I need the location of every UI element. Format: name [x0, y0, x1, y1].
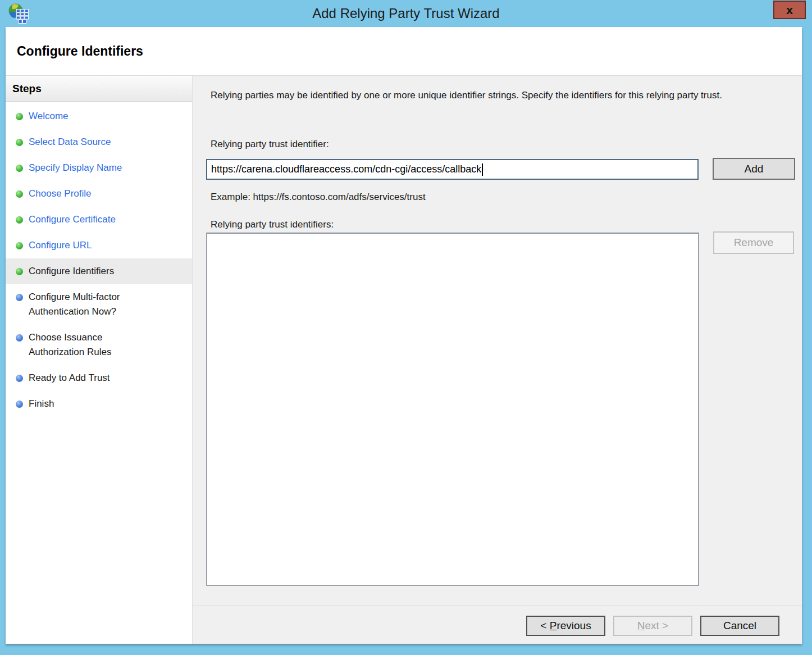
- identifier-field-label: Relying party trust identifier:: [211, 139, 329, 150]
- step-label: Configure URL: [29, 238, 92, 253]
- step-label: Specify Display Name: [29, 161, 122, 175]
- steps-heading: Steps: [6, 76, 192, 102]
- step-status-dot: [16, 113, 23, 120]
- close-button[interactable]: x: [773, 1, 806, 19]
- step-label: Finish: [29, 397, 54, 411]
- step-label: Configure Identifiers: [29, 264, 114, 279]
- step-status-dot: [16, 334, 23, 342]
- step-status-dot: [16, 294, 23, 301]
- sidebar-step[interactable]: Welcome: [6, 103, 192, 129]
- step-status-dot: [16, 190, 23, 198]
- step-label: Configure Certificate: [29, 212, 116, 227]
- sidebar-step: Configure Identifiers: [6, 258, 192, 284]
- step-status-dot: [16, 216, 23, 224]
- wizard-body: Configure Identifiers Steps WelcomeSelec…: [6, 27, 802, 644]
- step-label: Choose Profile: [29, 187, 92, 201]
- steps-list: WelcomeSelect Data SourceSpecify Display…: [6, 102, 192, 417]
- sidebar-step[interactable]: Select Data Source: [6, 129, 192, 155]
- footer-bar: < Previous Next > Cancel: [193, 606, 802, 644]
- description-text: Relying parties may be identified by one…: [211, 88, 789, 103]
- next-button[interactable]: Next >: [613, 616, 692, 636]
- sidebar-step[interactable]: Choose Profile: [6, 181, 192, 207]
- text-caret: [482, 163, 483, 176]
- sidebar-step: Configure Multi-factor Authentication No…: [6, 284, 192, 325]
- identifiers-list-label: Relying party trust identifiers:: [211, 219, 334, 230]
- sidebar-step: Finish: [6, 391, 192, 417]
- titlebar: Add Relying Party Trust Wizard x: [0, 0, 812, 27]
- sidebar-step: Ready to Add Trust: [6, 365, 192, 391]
- step-status-dot: [16, 139, 23, 146]
- sidebar-step[interactable]: Specify Display Name: [6, 155, 192, 181]
- step-status-dot: [16, 165, 23, 172]
- main-panel: Relying parties may be identified by one…: [193, 76, 802, 606]
- steps-sidebar: Steps WelcomeSelect Data SourceSpecify D…: [6, 76, 193, 644]
- previous-button[interactable]: < Previous: [526, 616, 605, 636]
- step-label: Configure Multi-factor Authentication No…: [29, 290, 155, 319]
- step-label: Welcome: [29, 109, 69, 124]
- window-title: Add Relying Party Trust Wizard: [0, 0, 812, 27]
- step-status-dot: [16, 268, 23, 275]
- step-status-dot: [16, 401, 23, 408]
- remove-button[interactable]: Remove: [713, 231, 794, 254]
- identifiers-listbox[interactable]: [206, 233, 699, 586]
- identifier-input[interactable]: https://carena.cloudflareaccess.com/cdn-…: [206, 159, 699, 180]
- step-label: Choose Issuance Authorization Rules: [29, 330, 155, 360]
- cancel-button[interactable]: Cancel: [700, 616, 779, 636]
- adfs-wizard-window: Add Relying Party Trust Wizard x Configu…: [0, 0, 812, 655]
- sidebar-step: Choose Issuance Authorization Rules: [6, 325, 192, 365]
- step-label: Select Data Source: [29, 135, 111, 149]
- add-button[interactable]: Add: [713, 158, 795, 180]
- sidebar-step[interactable]: Configure Certificate: [6, 207, 192, 233]
- identifier-input-value: https://carena.cloudflareaccess.com/cdn-…: [211, 163, 481, 175]
- step-label: Ready to Add Trust: [29, 371, 110, 385]
- page-heading: Configure Identifiers: [17, 44, 143, 59]
- example-text: Example: https://fs.contoso.com/adfs/ser…: [211, 192, 426, 203]
- step-status-dot: [16, 375, 23, 382]
- sidebar-step[interactable]: Configure URL: [6, 233, 192, 258]
- step-status-dot: [16, 242, 23, 249]
